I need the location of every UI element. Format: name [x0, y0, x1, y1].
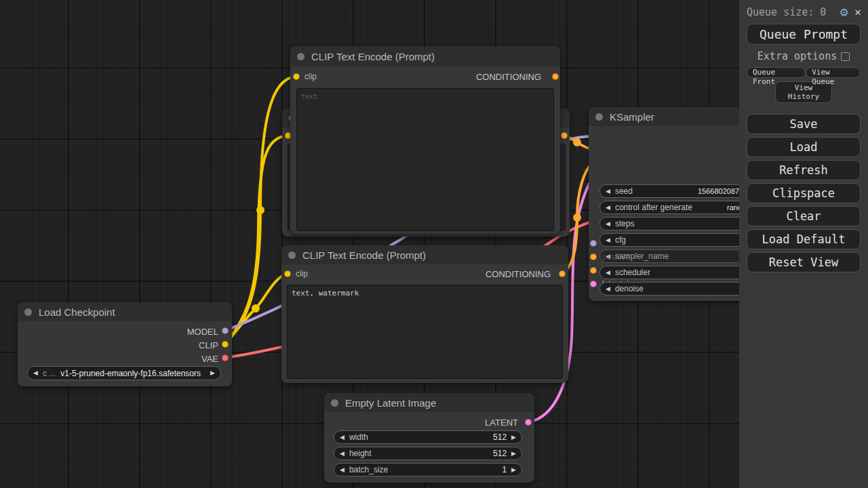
increment-icon[interactable]: ▶ — [511, 434, 516, 441]
reset-view-button[interactable]: Reset View — [747, 252, 861, 272]
widget-label: batch_size — [349, 465, 388, 474]
refresh-button[interactable]: Refresh — [747, 160, 861, 180]
decrement-icon[interactable]: ◀ — [340, 451, 344, 457]
decrement-icon[interactable]: ◀ — [606, 237, 610, 243]
load-button[interactable]: Load — [747, 137, 861, 157]
node-clip-text-encode-negative[interactable]: CLIP Text Encode (Prompt) clip CONDITION… — [281, 245, 568, 383]
decrement-icon[interactable]: ◀ — [606, 188, 610, 195]
collapse-dot-icon[interactable] — [595, 113, 603, 121]
extra-options-label: Extra options — [757, 50, 837, 62]
decrement-icon[interactable]: ◀ — [606, 286, 610, 292]
latent-output-label: LATENT — [485, 418, 518, 428]
clip-input-label: clip — [296, 269, 308, 279]
decrement-icon[interactable]: ◀ — [606, 205, 610, 211]
model-input-port[interactable] — [590, 240, 597, 247]
decrement-icon[interactable]: ◀ — [340, 467, 344, 473]
widget-label: seed — [615, 186, 633, 196]
node-title: CLIP Text Encode (Prompt) — [311, 51, 435, 62]
widget-label: height — [349, 449, 372, 458]
width-widget[interactable]: ◀ width 512 ▶ — [334, 430, 522, 444]
view-queue-button[interactable]: View Queue — [806, 67, 861, 78]
prev-option-icon[interactable]: ◀ — [33, 370, 38, 376]
settings-gear-icon[interactable]: ⚙ — [840, 5, 848, 18]
queue-prompt-button[interactable]: Queue Prompt — [747, 24, 861, 45]
queue-size-label: Queue size: 0 — [747, 6, 826, 18]
conditioning-output-port[interactable] — [561, 132, 568, 139]
close-icon[interactable]: ✕ — [854, 7, 861, 18]
textarea-placeholder: text — [301, 93, 317, 100]
widget-label: c ... — [43, 369, 56, 378]
load-default-button[interactable]: Load Default — [747, 229, 861, 249]
node-empty-latent-image[interactable]: Empty Latent Image LATENT ◀ width 512 ▶ … — [324, 393, 534, 483]
widget-label: denoise — [615, 284, 644, 293]
increment-icon[interactable]: ▶ — [511, 451, 516, 457]
negative-input-port[interactable] — [590, 267, 597, 274]
reroute-dot[interactable] — [256, 206, 264, 214]
decrement-icon[interactable]: ◀ — [606, 253, 610, 260]
vae-output-port[interactable] — [222, 354, 229, 361]
ckpt-name-widget[interactable]: ◀ c ... v1-5-pruned-emaonly-fp16.safeten… — [27, 366, 221, 380]
widget-label: scheduler — [615, 268, 650, 277]
decrement-icon[interactable]: ◀ — [340, 434, 344, 441]
vae-output-label: VAE — [201, 354, 218, 364]
clip-input-port[interactable] — [293, 73, 300, 80]
node-title-bar[interactable]: CLIP Text Encode (Prompt) — [281, 245, 568, 264]
conditioning-output-port[interactable] — [559, 270, 566, 277]
latent-output-port[interactable] — [525, 419, 532, 426]
height-widget[interactable]: ◀ height 512 ▶ — [334, 447, 522, 460]
clip-output-label: CLIP — [199, 340, 218, 350]
widget-label: width — [349, 432, 368, 442]
clear-button[interactable]: Clear — [747, 206, 861, 226]
widget-value: 1 — [502, 465, 507, 474]
node-title: Empty Latent Image — [345, 397, 436, 409]
extra-options-checkbox[interactable] — [841, 52, 850, 61]
conditioning-output-label: CONDITIONING — [476, 72, 541, 82]
node-clip-text-encode-top[interactable]: CLIP Text Encode (Prompt) clip CONDITION… — [290, 46, 560, 234]
collapse-dot-icon[interactable] — [331, 399, 338, 407]
collapse-dot-icon[interactable] — [288, 251, 296, 259]
reroute-dot[interactable] — [573, 138, 581, 146]
model-output-port[interactable] — [222, 327, 229, 334]
node-title: Load Checkpoint — [39, 306, 115, 318]
prompt-textarea[interactable]: text — [296, 88, 554, 231]
widget-label: cfg — [615, 235, 626, 245]
clip-input-label: clip — [304, 72, 317, 81]
node-title-bar[interactable]: Empty Latent Image — [324, 393, 534, 412]
reroute-dot[interactable] — [573, 214, 581, 222]
widget-label: steps — [615, 219, 635, 228]
conditioning-output-port[interactable] — [552, 73, 559, 80]
positive-input-port[interactable] — [590, 253, 597, 260]
decrement-icon[interactable]: ◀ — [606, 221, 610, 227]
widget-label: sampler_name — [615, 251, 669, 261]
widget-value: 512 — [493, 449, 507, 458]
collapse-dot-icon[interactable] — [297, 53, 304, 60]
node-title: CLIP Text Encode (Prompt) — [302, 249, 426, 261]
widget-value: 512 — [493, 432, 507, 442]
conditioning-output-label: CONDITIONING — [486, 269, 551, 279]
batch-size-widget[interactable]: ◀ batch_size 1 ▶ — [334, 463, 522, 476]
ckpt-name-value: v1-5-pruned-emaonly-fp16.safetensors — [60, 369, 201, 378]
clip-input-port[interactable] — [284, 270, 291, 277]
queue-front-button[interactable]: Queue Front — [747, 67, 806, 78]
next-option-icon[interactable]: ▶ — [210, 370, 215, 376]
increment-icon[interactable]: ▶ — [511, 467, 516, 473]
reroute-dot[interactable] — [252, 304, 260, 312]
node-title: KSampler — [610, 111, 654, 123]
save-button[interactable]: Save — [747, 114, 861, 134]
node-load-checkpoint[interactable]: Load Checkpoint MODEL CLIP VAE ◀ c ... v… — [18, 302, 232, 386]
node-title-bar[interactable]: CLIP Text Encode (Prompt) — [290, 46, 560, 66]
control-sidebar: Queue size: 0 ⚙ ✕ Queue Prompt Extra opt… — [739, 0, 868, 488]
node-title-bar[interactable]: Load Checkpoint — [18, 302, 232, 321]
negative-prompt-text: text, watermark — [292, 289, 359, 298]
wire-clip-to-hidden-encoder — [225, 136, 288, 344]
clip-output-port[interactable] — [222, 341, 229, 348]
model-output-label: MODEL — [187, 327, 218, 337]
clipspace-button[interactable]: Clipspace — [747, 183, 861, 203]
prompt-textarea[interactable]: text, watermark — [287, 285, 563, 379]
collapse-dot-icon[interactable] — [24, 308, 32, 316]
seed-value: 1566802087 — [698, 187, 739, 195]
latent-image-input-port[interactable] — [590, 281, 597, 287]
widget-label: control after generate — [615, 203, 692, 212]
decrement-icon[interactable]: ◀ — [606, 270, 610, 276]
